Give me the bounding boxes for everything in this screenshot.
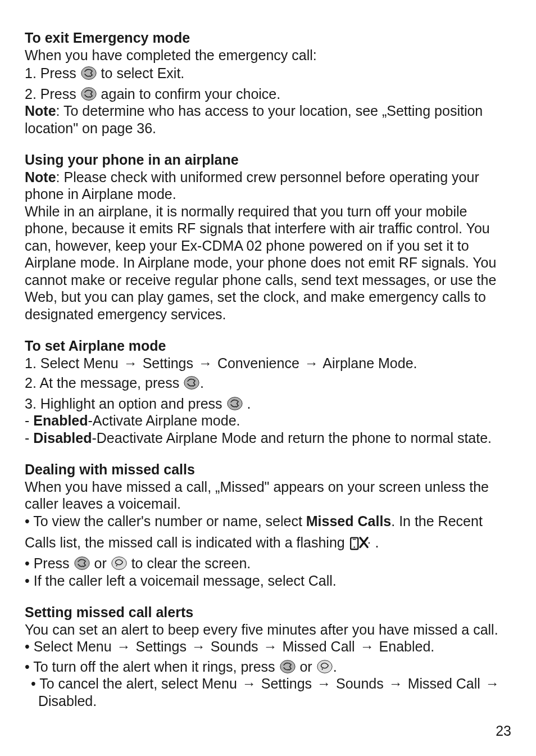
ok-button-icon [184,375,199,391]
missed-call-icon [349,535,371,551]
body-text: When you have completed the emergency ca… [25,47,511,64]
note-line: Note: Please check with uniformed crew p… [25,169,511,203]
heading-airplane: Using your phone in an airplane [25,151,511,169]
text: Disabled. [38,693,97,709]
text: Convenience [214,355,303,371]
text: • Select Menu [25,639,116,654]
option-line: - Enabled-Activate Airplane mode. [25,412,511,429]
text: • To cancel the alert, select Menu [31,676,241,691]
text: 1. Select Menu [25,355,122,371]
text: Missed Call [404,676,484,691]
text: again to confirm your choice. [97,86,281,102]
bullet-line: • Select Menu → Settings → Sounds → Miss… [25,638,511,655]
arrow-icon: → [116,639,132,654]
text: : To determine who has access to your lo… [25,103,483,136]
manual-page: To exit Emergency mode When you have com… [0,0,536,756]
text: Airplane Mode. [320,355,417,371]
option-line: - Disabled-Deactivate Airplane Mode and … [25,429,511,447]
arrow-icon: → [197,355,214,371]
step-line: 1. Select Menu → Settings → Convenience … [25,355,511,372]
arrow-icon: → [122,355,139,371]
heading-set-airplane: To set Airplane mode [25,337,511,355]
text: • Press [25,555,74,571]
text: . In the Recent [391,513,483,529]
heading-missed-calls: Dealing with missed calls [25,461,511,478]
text: • To turn off the alert when it rings, p… [25,659,279,674]
arrow-icon: → [316,676,332,691]
text: 1. Press [25,65,80,81]
body-text: While in an airplane, it is normally req… [25,203,511,323]
text: Settings [132,639,190,654]
text: 3. Highlight an option and press [25,396,226,411]
text: Calls list, the missed call is indicated… [25,535,349,550]
note-line: Note: To determine who has access to you… [25,102,511,137]
text: : Please check with uniformed crew perso… [25,169,479,202]
ok-button-icon [81,65,97,81]
text: Enabled. [375,639,435,654]
text: . [200,375,204,391]
text: . [375,535,379,550]
text: -Deactivate Airplane Mode and return the… [92,430,492,446]
bullet-line: • To turn off the alert when it rings, p… [25,658,511,676]
text: to select Exit. [97,65,185,81]
text: . [333,659,337,674]
text: Settings [257,676,316,691]
option-label: Disabled [33,430,92,446]
bullet-line: • Press or to clear the screen. [25,555,511,572]
note-label: Note [25,103,56,119]
option-label: Enabled [33,413,88,428]
arrow-icon: → [190,639,207,654]
bullet-line: • If the caller left a voicemail message… [25,572,511,590]
step-line: 3. Highlight an option and press . [25,395,511,413]
end-button-icon [317,659,333,674]
ok-button-icon [280,659,296,674]
text: Sounds [332,676,388,691]
arrow-icon: → [303,355,320,371]
text: Settings [139,355,197,371]
text: . [247,396,251,411]
page-number: 23 [496,722,511,740]
arrow-icon: → [388,676,404,691]
text: -Activate Airplane mode. [88,413,240,428]
note-label: Note [25,169,56,185]
bullet-cont: Calls list, the missed call is indicated… [25,534,511,551]
end-button-icon [111,555,127,571]
ok-button-icon [227,396,243,411]
text: or [296,659,316,674]
text-bold: Missed Calls [306,513,391,529]
arrow-icon: → [359,639,375,654]
ok-button-icon [74,555,90,571]
body-text: When you have missed a call, „Missed" ap… [25,478,511,513]
text: to clear the screen. [128,555,251,571]
step-line: 2. At the message, press . [25,374,511,392]
step-line: 2. Press again to confirm your choice. [25,85,511,103]
text: Missed Call [279,639,359,654]
text: 2. Press [25,86,80,102]
heading-exit-emergency: To exit Emergency mode [25,29,511,47]
text: • To view the caller's number or name, s… [25,513,306,529]
text: 2. At the message, press [25,375,183,391]
arrow-icon: → [241,676,257,691]
bullet-line: • To cancel the alert, select Menu → Set… [25,675,511,709]
ok-button-icon [81,86,97,102]
bullet-line: • To view the caller's number or name, s… [25,513,511,530]
text: Sounds [207,639,262,654]
body-text: You can set an alert to beep every five … [25,621,511,639]
arrow-icon: → [262,639,279,654]
heading-missed-alerts: Setting missed call alerts [25,604,511,621]
step-line: 1. Press to select Exit. [25,65,511,82]
text: or [90,555,111,571]
arrow-icon: → [484,676,501,691]
